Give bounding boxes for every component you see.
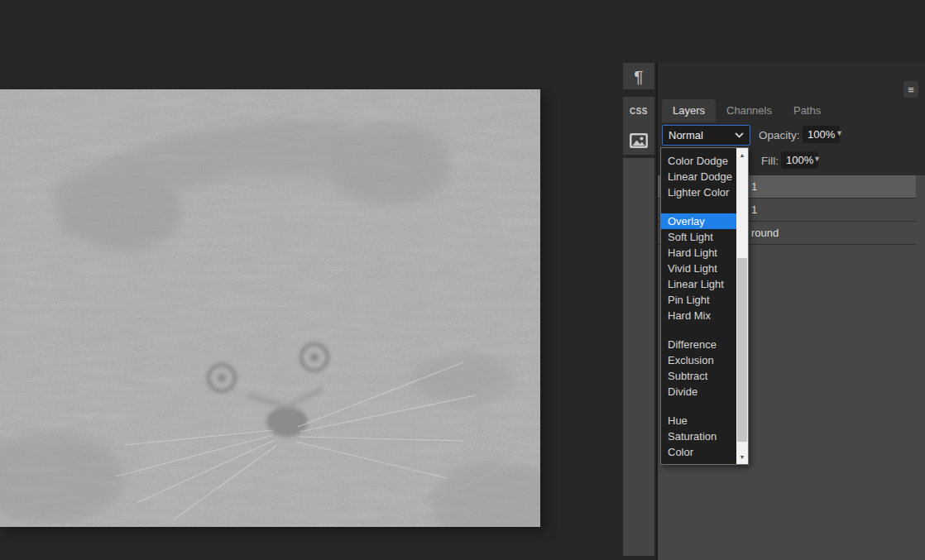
paragraph-icon: ¶ bbox=[634, 68, 643, 85]
blend-option-difference[interactable]: Difference bbox=[661, 337, 736, 352]
empty-panel-slot bbox=[623, 158, 654, 556]
scrollbar-thumb[interactable] bbox=[737, 258, 747, 442]
opacity-label: Opacity: bbox=[759, 129, 800, 141]
canvas-image bbox=[0, 89, 540, 527]
blend-option-hue[interactable]: Hue bbox=[661, 413, 736, 428]
paragraph-panel-button[interactable]: ¶ bbox=[623, 63, 654, 89]
chevron-down-icon bbox=[735, 132, 744, 138]
fill-dropdown-arrow-icon[interactable]: ▼ bbox=[813, 155, 821, 163]
blend-option-lighter-color[interactable]: Lighter Color bbox=[661, 184, 736, 200]
dropdown-scrollbar[interactable]: ▲ ▼ bbox=[736, 148, 748, 464]
blend-option-vivid-light[interactable]: Vivid Light bbox=[661, 261, 736, 276]
opacity-input[interactable]: 100% bbox=[803, 126, 840, 143]
image-icon bbox=[630, 133, 648, 148]
blend-mode-options: Color Dodge Linear Dodge Lighter Color O… bbox=[661, 148, 736, 464]
blend-option-pin-light[interactable]: Pin Light bbox=[661, 292, 736, 308]
image-panel-button[interactable] bbox=[623, 127, 654, 154]
blend-option-exclusion[interactable]: Exclusion bbox=[661, 352, 736, 368]
blend-option-linear-dodge[interactable]: Linear Dodge bbox=[661, 169, 736, 184]
scroll-up-button[interactable]: ▲ bbox=[736, 148, 748, 162]
blend-option-hard-mix[interactable]: Hard Mix bbox=[661, 308, 736, 323]
tool-box-group: CSS bbox=[623, 97, 654, 155]
blend-option-soft-light[interactable]: Soft Light bbox=[661, 229, 736, 245]
css-icon: CSS bbox=[630, 107, 648, 116]
scroll-up-icon: ▲ bbox=[740, 152, 745, 158]
blend-mode-value: Normal bbox=[669, 129, 703, 141]
blend-option-saturation[interactable]: Saturation bbox=[661, 428, 736, 444]
blend-option-subtract[interactable]: Subtract bbox=[661, 368, 736, 384]
blend-mode-dropdown: Color Dodge Linear Dodge Lighter Color O… bbox=[660, 147, 749, 465]
app-root: { "colors": { "app_bg": "#262626", "pane… bbox=[0, 0, 925, 560]
scroll-down-icon: ▼ bbox=[740, 454, 745, 460]
blend-option-divide[interactable]: Divide bbox=[661, 384, 736, 400]
blend-mode-select[interactable]: Normal bbox=[662, 125, 750, 146]
blend-option-linear-light[interactable]: Linear Light bbox=[661, 276, 736, 292]
panel-menu-button[interactable]: ≡ bbox=[903, 81, 918, 98]
scroll-down-button[interactable]: ▼ bbox=[736, 450, 748, 464]
tab-channels[interactable]: Channels bbox=[716, 99, 783, 122]
document-canvas[interactable] bbox=[0, 89, 540, 527]
blend-option-overlay[interactable]: Overlay bbox=[661, 213, 736, 229]
panel-tabbar: Layers Channels Paths ≡ bbox=[658, 99, 925, 122]
tab-layers[interactable]: Layers bbox=[662, 99, 716, 122]
scrollbar-track[interactable] bbox=[736, 162, 748, 450]
opacity-dropdown-arrow-icon[interactable]: ▼ bbox=[836, 129, 843, 137]
tab-paths[interactable]: Paths bbox=[783, 99, 832, 122]
fill-label: Fill: bbox=[761, 155, 779, 167]
blend-option-color-dodge[interactable]: Color Dodge bbox=[661, 153, 736, 169]
blend-option-hard-light[interactable]: Hard Light bbox=[661, 245, 736, 261]
css-panel-button[interactable]: CSS bbox=[623, 98, 654, 125]
blend-option-color[interactable]: Color bbox=[661, 444, 736, 460]
hamburger-icon: ≡ bbox=[908, 84, 914, 95]
